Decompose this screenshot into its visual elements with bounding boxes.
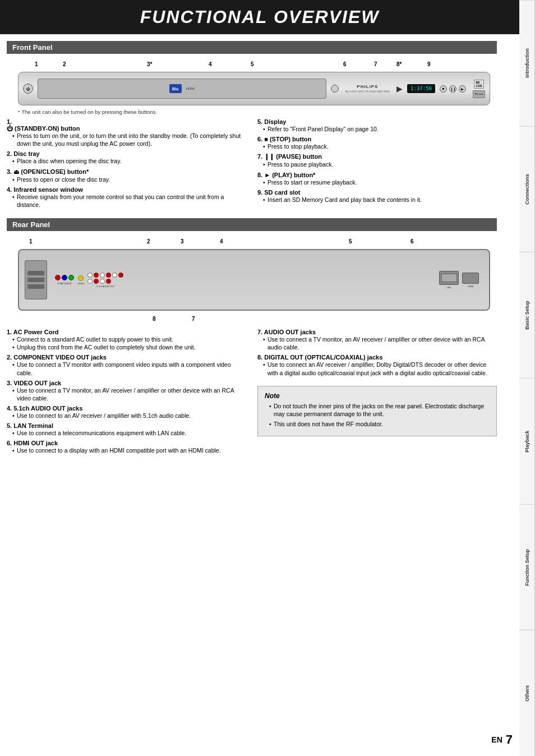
svg-text:2: 2 <box>63 61 66 67</box>
sidebar-section-others[interactable]: Others <box>519 630 535 756</box>
svg-text:6: 6 <box>343 61 347 67</box>
play-icon-diagram: ▶ <box>396 84 403 93</box>
rear-panel-header: Rear Panel <box>7 218 497 231</box>
sidebar-section-basic-setup[interactable]: Basic Setup <box>519 252 535 378</box>
item-hdmi: 6. HDMI OUT jack Use to connect to a dis… <box>7 440 246 454</box>
sd-slot-diagram: SD card <box>473 90 485 98</box>
rear-panel-numbers-bottom: 8 7 <box>18 313 506 324</box>
sidebar-section-introduction[interactable]: Introduction <box>519 0 535 126</box>
item-infrared: 4. Infrared sensor window Receive signal… <box>7 186 246 209</box>
front-panel-numbers: 1 2 3* 4 5 6 7 8* 9 <box>18 58 506 70</box>
note-title: Note <box>265 392 490 400</box>
item-pause: 7. ❙❙ (PAUSE) button Press to pause play… <box>257 153 497 168</box>
rear-panel-numbers-top: 1 2 3 4 5 6 <box>18 236 506 247</box>
item-standby: 1. ⏻ (STANDBY-ON) button Press to turn o… <box>7 118 246 147</box>
sidebar-section-function-setup[interactable]: Function Setup <box>519 504 535 630</box>
svg-text:8: 8 <box>153 316 156 322</box>
svg-text:1: 1 <box>29 238 33 245</box>
rear-panel-col-right: 7. AUDIO OUT jacks Use to connect a TV m… <box>257 329 497 458</box>
play-btn-diagram: ▶ <box>459 85 466 93</box>
page-number: 7 <box>506 732 513 747</box>
svg-text:9: 9 <box>427 61 431 67</box>
front-panel-header: Front Panel <box>7 41 497 54</box>
front-panel-col-left: 1. ⏻ (STANDBY-ON) button Press to turn o… <box>7 118 246 211</box>
svg-text:7: 7 <box>374 61 377 67</box>
svg-text:3: 3 <box>181 238 184 245</box>
svg-text:5: 5 <box>349 238 352 245</box>
svg-text:8*: 8* <box>396 61 402 67</box>
note-box: Note Do not touch the inner pins of the … <box>257 386 497 436</box>
svg-text:4: 4 <box>220 238 223 245</box>
sidebar-section-playback[interactable]: Playback <box>519 378 535 504</box>
item-disc-tray: 2. Disc tray Place a disc when opening t… <box>7 150 246 165</box>
item-open-close: 3. ⏏ (OPEN/CLOSE) button* Press to open … <box>7 168 246 183</box>
svg-text:7: 7 <box>192 316 195 322</box>
item-stop: 6. ■ (STOP) button Press to stop playbac… <box>257 136 497 150</box>
rear-panel-col-left: 1. AC Power Cord Connect to a standard A… <box>7 329 246 458</box>
svg-text:2: 2 <box>147 238 150 245</box>
item-play: 8. ► (PLAY) button* Press to start or re… <box>257 172 497 186</box>
item-audio-out: 7. AUDIO OUT jacks Use to connect a TV m… <box>257 329 497 351</box>
svg-text:1: 1 <box>35 61 38 67</box>
rear-panel-descriptions: 1. AC Power Cord Connect to a standard A… <box>7 329 497 458</box>
svg-text:6: 6 <box>411 238 414 245</box>
front-panel-footnote: * The unit can also be turned on by pres… <box>18 109 497 115</box>
note-item-2: This unit does not have the RF modulator… <box>269 420 490 428</box>
stop-btn-diagram: ■ <box>440 85 447 93</box>
item-video-out: 3. VIDEO OUT jack Use to connect a TV mo… <box>7 380 246 402</box>
svg-text:3*: 3* <box>147 61 153 67</box>
brand-label: PHILIPS <box>357 84 378 89</box>
item-ac-cord: 1. AC Power Cord Connect to a standard A… <box>7 329 246 351</box>
bdlive-badge: BDLIVE <box>474 80 483 89</box>
front-panel-descriptions: 1. ⏻ (STANDBY-ON) button Press to turn o… <box>7 118 497 211</box>
item-display: 5. Display Refer to "Front Panel Display… <box>257 118 497 133</box>
rear-panel-diagram: COMPONENT VIDEO <box>18 249 490 311</box>
open-close-btn-diagram <box>331 85 339 93</box>
item-digital-out: 8. DIGITAL OUT (OPTICAL/COAXIAL) jacks U… <box>257 354 497 376</box>
front-panel-col-right: 5. Display Refer to "Front Panel Display… <box>257 118 497 211</box>
main-title: FUNCTIONAL OVERVIEW <box>0 0 519 34</box>
note-item-1: Do not touch the inner pins of the jacks… <box>269 402 490 418</box>
item-sd-slot: 9. SD card slot Insert an SD Memory Card… <box>257 189 497 204</box>
item-component-video: 2. COMPONENT VIDEO OUT jacks Use to conn… <box>7 354 246 376</box>
display-diagram: 1:37:59 <box>407 84 435 93</box>
item-lan: 5. LAN Terminal Use to connect a telecom… <box>7 422 246 437</box>
page-footer: EN 7 <box>491 732 513 747</box>
svg-text:4: 4 <box>209 61 212 67</box>
en-label: EN <box>491 735 502 744</box>
front-panel-diagram: ⏻ Blu HDMI PHILIPS BLU-RAY DISC PLAYER B… <box>18 72 490 105</box>
right-sidebar: Introduction Connections Basic Setup Pla… <box>519 0 535 756</box>
svg-text:5: 5 <box>251 61 254 67</box>
pause-btn-diagram: ❙❙ <box>449 85 456 93</box>
sidebar-section-connections[interactable]: Connections <box>519 126 535 252</box>
item-51ch-audio: 4. 5.1ch AUDIO OUT jacks Use to connect … <box>7 405 246 420</box>
power-button-diagram: ⏻ <box>23 84 33 94</box>
